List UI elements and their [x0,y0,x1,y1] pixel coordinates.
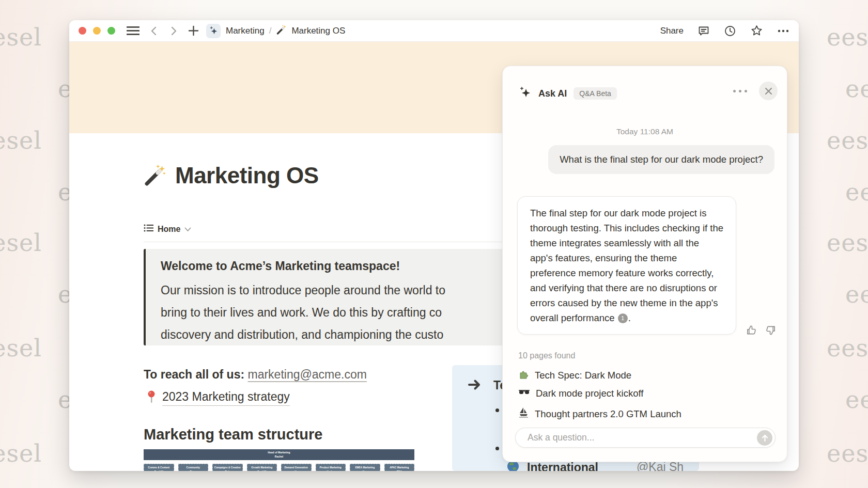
watermark-text: eesel [845,280,868,308]
ai-message-bubble: The final step for our dark mode project… [517,196,736,335]
maximize-window-button[interactable] [107,27,115,35]
sunglasses-icon [518,388,530,399]
arrow-right-icon [468,379,481,392]
watermark-text: eesel [845,386,868,414]
close-window-button[interactable] [79,27,86,35]
app-window: Marketing / Marketing OS Share [69,20,799,471]
source-page-item[interactable]: Tech Spec: Dark Mode [518,369,631,382]
source-page-title[interactable]: Tech Spec: Dark Mode [535,370,631,381]
watermark-text: eesel [827,229,868,257]
watermark-text: eesel [0,127,42,154]
traffic-lights [79,27,115,35]
contact-label: To reach all of us: [144,368,244,381]
puzzle-icon [518,369,529,382]
source-page-item[interactable]: Dark mode project kickoff [518,388,643,399]
watermark-text: eesel [845,75,868,103]
ai-sparkle-icon[interactable] [206,24,221,38]
desktop-background: eeseleeseleeseleeseleeseleeseleeseleesel… [0,0,868,488]
ai-message-period: . [628,312,631,323]
wand-icon[interactable] [144,164,166,188]
org-head-title: Head of Marketing [144,450,414,454]
ask-question-input[interactable] [516,432,757,443]
breadcrumb: Marketing / Marketing OS [226,24,345,38]
toolbar-actions: Share [660,24,789,37]
qa-beta-badge: Q&A Beta [574,87,616,100]
watermark-text: eesel [0,334,42,362]
page-title[interactable]: Marketing OS [175,163,319,188]
source-page-item[interactable]: Thought partners 2.0 GTM Launch [518,407,681,421]
wand-icon [276,24,287,38]
watermark-text: eesel [827,127,868,154]
breadcrumb-separator: / [269,26,272,36]
window-toolbar: Marketing / Marketing OS Share [69,20,799,42]
team-structure-heading: Marketing team structure [144,426,323,443]
org-box: APAC MarketingTBH [384,464,415,471]
strategy-row: 2023 Marketing strategy [147,390,290,406]
page-title-row: Marketing OS [144,163,319,188]
pages-found-label: 10 pages found [518,351,575,360]
watermark-text: eesel [827,334,868,362]
ask-ai-header: Ask AI Q&A Beta [518,86,617,101]
org-box: EMEA MarketingAine [350,464,380,471]
breadcrumb-current[interactable]: Marketing OS [291,26,345,36]
panel-more-icon[interactable] [730,87,750,96]
watermark-text: eesel [845,178,868,206]
panel-close-icon[interactable] [759,82,778,100]
org-box: Demand GenerationHa [281,464,312,471]
ask-ai-title: Ask AI [538,88,567,99]
sailboat-icon [518,407,529,421]
sparkle-icon [518,86,532,101]
strategy-page-link[interactable]: 2023 Marketing strategy [162,390,290,406]
new-tab-icon[interactable] [188,25,199,36]
watermark-text: eesel [0,439,42,467]
tab-home-label[interactable]: Home [158,225,180,234]
pushpin-icon [147,390,156,406]
share-button[interactable]: Share [660,26,684,36]
org-box: Product MarketingHurley [316,464,346,471]
watermark-text: eesel [0,229,42,257]
sidebar-menu-icon[interactable] [127,26,140,36]
history-clock-icon[interactable] [724,25,736,37]
watermark-text: eesel [827,439,868,467]
org-box: Growth MarketingBackfill [247,464,277,471]
ask-ai-panel: Ask AI Q&A Beta Today 11:08 AM What is t… [502,66,787,462]
org-head-name: Rachel [144,454,414,459]
ask-question-inputbar [515,428,776,448]
feedback-buttons [746,324,777,336]
org-box: Campaigns & CreativeRob [212,464,243,471]
source-page-title[interactable]: Thought partners 2.0 GTM Launch [535,408,681,420]
chevron-down-icon[interactable] [184,225,191,234]
bullet [495,408,499,412]
minimize-window-button[interactable] [93,27,101,35]
email-link[interactable]: marketing@acme.com [248,368,367,381]
watermark-text: eesel [827,23,868,51]
watermark-text: eesel [0,23,42,51]
org-chart[interactable]: Head of Marketing Rachel Comms & Content… [144,449,414,471]
more-options-icon[interactable] [777,29,789,33]
tab-home[interactable]: Home [144,224,191,234]
favorite-star-icon[interactable] [750,24,763,37]
org-box: CommunityDiana [178,464,209,471]
comments-icon[interactable] [698,25,710,37]
send-icon[interactable] [757,430,772,446]
org-head-box: Head of Marketing Rachel [144,449,414,460]
bullet [495,447,499,450]
source-page-title[interactable]: Dark mode project kickoff [536,388,643,399]
ai-message-text: The final step for our dark mode project… [530,208,723,323]
back-icon[interactable] [149,26,159,36]
list-view-icon [144,224,153,234]
forward-icon[interactable] [168,26,179,36]
org-boxes-row: Comms & ContentBackfillCommunityDianaCam… [144,464,414,471]
citation-badge[interactable]: 1 [618,313,628,323]
contact-row: To reach all of us: marketing@acme.com [144,368,367,382]
breadcrumb-parent[interactable]: Marketing [226,26,265,36]
thumbs-down-icon[interactable] [765,324,777,336]
org-box: Comms & ContentBackfill [144,464,174,471]
chat-timestamp: Today 11:08 AM [503,127,787,136]
user-message-bubble: What is the final step for our dark mode… [548,145,774,174]
thumbs-up-icon[interactable] [746,324,757,336]
